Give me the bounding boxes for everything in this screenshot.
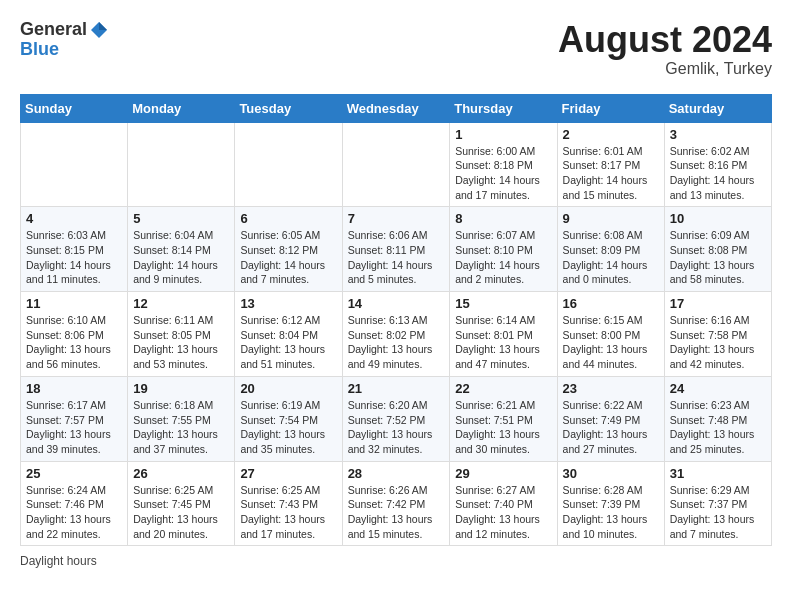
day-number: 27: [240, 466, 336, 481]
calendar-header-saturday: Saturday: [664, 94, 771, 122]
day-number: 4: [26, 211, 122, 226]
day-info: Sunrise: 6:12 AM Sunset: 8:04 PM Dayligh…: [240, 313, 336, 372]
calendar-header-monday: Monday: [128, 94, 235, 122]
calendar-cell: 28Sunrise: 6:26 AM Sunset: 7:42 PM Dayli…: [342, 461, 450, 546]
logo-blue-text: Blue: [20, 40, 109, 60]
calendar-cell: 23Sunrise: 6:22 AM Sunset: 7:49 PM Dayli…: [557, 376, 664, 461]
calendar-cell: 8Sunrise: 6:07 AM Sunset: 8:10 PM Daylig…: [450, 207, 557, 292]
calendar-cell: 20Sunrise: 6:19 AM Sunset: 7:54 PM Dayli…: [235, 376, 342, 461]
calendar-header-row: SundayMondayTuesdayWednesdayThursdayFrid…: [21, 94, 772, 122]
calendar-cell: 16Sunrise: 6:15 AM Sunset: 8:00 PM Dayli…: [557, 292, 664, 377]
calendar-cell: 17Sunrise: 6:16 AM Sunset: 7:58 PM Dayli…: [664, 292, 771, 377]
day-info: Sunrise: 6:29 AM Sunset: 7:37 PM Dayligh…: [670, 483, 766, 542]
day-info: Sunrise: 6:15 AM Sunset: 8:00 PM Dayligh…: [563, 313, 659, 372]
calendar-cell: [235, 122, 342, 207]
day-info: Sunrise: 6:18 AM Sunset: 7:55 PM Dayligh…: [133, 398, 229, 457]
day-info: Sunrise: 6:28 AM Sunset: 7:39 PM Dayligh…: [563, 483, 659, 542]
day-info: Sunrise: 6:17 AM Sunset: 7:57 PM Dayligh…: [26, 398, 122, 457]
day-info: Sunrise: 6:03 AM Sunset: 8:15 PM Dayligh…: [26, 228, 122, 287]
calendar-header-friday: Friday: [557, 94, 664, 122]
day-info: Sunrise: 6:13 AM Sunset: 8:02 PM Dayligh…: [348, 313, 445, 372]
calendar-cell: 22Sunrise: 6:21 AM Sunset: 7:51 PM Dayli…: [450, 376, 557, 461]
day-number: 6: [240, 211, 336, 226]
calendar-week-row: 18Sunrise: 6:17 AM Sunset: 7:57 PM Dayli…: [21, 376, 772, 461]
day-info: Sunrise: 6:00 AM Sunset: 8:18 PM Dayligh…: [455, 144, 551, 203]
logo-general-text: General: [20, 20, 87, 40]
day-info: Sunrise: 6:14 AM Sunset: 8:01 PM Dayligh…: [455, 313, 551, 372]
calendar-cell: [128, 122, 235, 207]
day-number: 11: [26, 296, 122, 311]
day-info: Sunrise: 6:23 AM Sunset: 7:48 PM Dayligh…: [670, 398, 766, 457]
calendar-week-row: 1Sunrise: 6:00 AM Sunset: 8:18 PM Daylig…: [21, 122, 772, 207]
day-info: Sunrise: 6:26 AM Sunset: 7:42 PM Dayligh…: [348, 483, 445, 542]
calendar-cell: 13Sunrise: 6:12 AM Sunset: 8:04 PM Dayli…: [235, 292, 342, 377]
calendar-cell: 5Sunrise: 6:04 AM Sunset: 8:14 PM Daylig…: [128, 207, 235, 292]
day-info: Sunrise: 6:27 AM Sunset: 7:40 PM Dayligh…: [455, 483, 551, 542]
calendar-cell: 1Sunrise: 6:00 AM Sunset: 8:18 PM Daylig…: [450, 122, 557, 207]
calendar-cell: 10Sunrise: 6:09 AM Sunset: 8:08 PM Dayli…: [664, 207, 771, 292]
day-info: Sunrise: 6:16 AM Sunset: 7:58 PM Dayligh…: [670, 313, 766, 372]
day-number: 20: [240, 381, 336, 396]
day-number: 25: [26, 466, 122, 481]
day-number: 9: [563, 211, 659, 226]
month-title: August 2024: [558, 20, 772, 60]
calendar-cell: 29Sunrise: 6:27 AM Sunset: 7:40 PM Dayli…: [450, 461, 557, 546]
day-number: 18: [26, 381, 122, 396]
day-number: 7: [348, 211, 445, 226]
calendar-cell: 31Sunrise: 6:29 AM Sunset: 7:37 PM Dayli…: [664, 461, 771, 546]
calendar-cell: [21, 122, 128, 207]
day-number: 10: [670, 211, 766, 226]
day-number: 12: [133, 296, 229, 311]
day-number: 26: [133, 466, 229, 481]
calendar-cell: 2Sunrise: 6:01 AM Sunset: 8:17 PM Daylig…: [557, 122, 664, 207]
calendar-cell: 14Sunrise: 6:13 AM Sunset: 8:02 PM Dayli…: [342, 292, 450, 377]
calendar-cell: 24Sunrise: 6:23 AM Sunset: 7:48 PM Dayli…: [664, 376, 771, 461]
day-info: Sunrise: 6:05 AM Sunset: 8:12 PM Dayligh…: [240, 228, 336, 287]
calendar-cell: 21Sunrise: 6:20 AM Sunset: 7:52 PM Dayli…: [342, 376, 450, 461]
day-info: Sunrise: 6:24 AM Sunset: 7:46 PM Dayligh…: [26, 483, 122, 542]
day-info: Sunrise: 6:11 AM Sunset: 8:05 PM Dayligh…: [133, 313, 229, 372]
calendar-cell: 4Sunrise: 6:03 AM Sunset: 8:15 PM Daylig…: [21, 207, 128, 292]
calendar-cell: 25Sunrise: 6:24 AM Sunset: 7:46 PM Dayli…: [21, 461, 128, 546]
location: Gemlik, Turkey: [558, 60, 772, 78]
day-info: Sunrise: 6:10 AM Sunset: 8:06 PM Dayligh…: [26, 313, 122, 372]
calendar-header-wednesday: Wednesday: [342, 94, 450, 122]
day-number: 17: [670, 296, 766, 311]
calendar-cell: 3Sunrise: 6:02 AM Sunset: 8:16 PM Daylig…: [664, 122, 771, 207]
day-info: Sunrise: 6:08 AM Sunset: 8:09 PM Dayligh…: [563, 228, 659, 287]
day-info: Sunrise: 6:25 AM Sunset: 7:45 PM Dayligh…: [133, 483, 229, 542]
day-info: Sunrise: 6:04 AM Sunset: 8:14 PM Dayligh…: [133, 228, 229, 287]
calendar-cell: 27Sunrise: 6:25 AM Sunset: 7:43 PM Dayli…: [235, 461, 342, 546]
page-header: General Blue August 2024 Gemlik, Turkey: [20, 20, 772, 78]
calendar-cell: 19Sunrise: 6:18 AM Sunset: 7:55 PM Dayli…: [128, 376, 235, 461]
day-number: 14: [348, 296, 445, 311]
day-info: Sunrise: 6:19 AM Sunset: 7:54 PM Dayligh…: [240, 398, 336, 457]
day-info: Sunrise: 6:01 AM Sunset: 8:17 PM Dayligh…: [563, 144, 659, 203]
day-number: 24: [670, 381, 766, 396]
footer-note: Daylight hours: [20, 554, 772, 568]
calendar-table: SundayMondayTuesdayWednesdayThursdayFrid…: [20, 94, 772, 547]
day-number: 23: [563, 381, 659, 396]
day-info: Sunrise: 6:09 AM Sunset: 8:08 PM Dayligh…: [670, 228, 766, 287]
calendar-cell: [342, 122, 450, 207]
day-info: Sunrise: 6:25 AM Sunset: 7:43 PM Dayligh…: [240, 483, 336, 542]
day-info: Sunrise: 6:07 AM Sunset: 8:10 PM Dayligh…: [455, 228, 551, 287]
day-number: 3: [670, 127, 766, 142]
calendar-week-row: 25Sunrise: 6:24 AM Sunset: 7:46 PM Dayli…: [21, 461, 772, 546]
day-number: 13: [240, 296, 336, 311]
calendar-week-row: 11Sunrise: 6:10 AM Sunset: 8:06 PM Dayli…: [21, 292, 772, 377]
day-info: Sunrise: 6:22 AM Sunset: 7:49 PM Dayligh…: [563, 398, 659, 457]
calendar-cell: 26Sunrise: 6:25 AM Sunset: 7:45 PM Dayli…: [128, 461, 235, 546]
day-number: 15: [455, 296, 551, 311]
day-number: 1: [455, 127, 551, 142]
day-info: Sunrise: 6:02 AM Sunset: 8:16 PM Dayligh…: [670, 144, 766, 203]
day-number: 5: [133, 211, 229, 226]
day-number: 16: [563, 296, 659, 311]
calendar-cell: 18Sunrise: 6:17 AM Sunset: 7:57 PM Dayli…: [21, 376, 128, 461]
day-number: 28: [348, 466, 445, 481]
day-number: 29: [455, 466, 551, 481]
calendar-cell: 15Sunrise: 6:14 AM Sunset: 8:01 PM Dayli…: [450, 292, 557, 377]
day-info: Sunrise: 6:06 AM Sunset: 8:11 PM Dayligh…: [348, 228, 445, 287]
calendar-cell: 30Sunrise: 6:28 AM Sunset: 7:39 PM Dayli…: [557, 461, 664, 546]
logo-icon: [89, 20, 109, 40]
